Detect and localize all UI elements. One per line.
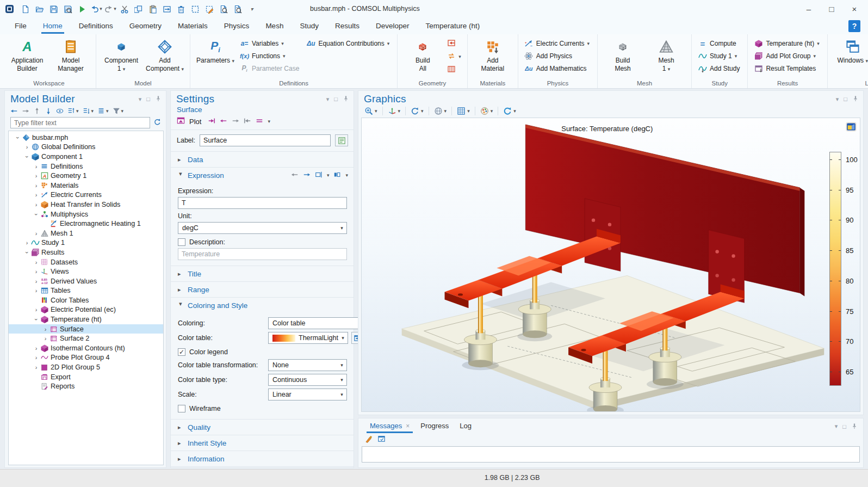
add-study-button[interactable]: Add Study	[696, 63, 743, 75]
go-to-view-icon[interactable]: ▾	[388, 107, 401, 115]
tree-collapsed-arrow-icon[interactable]: ›	[33, 354, 40, 361]
tree-collapsed-arrow-icon[interactable]: ›	[33, 306, 40, 313]
result-templates-button[interactable]: Result Templates	[752, 63, 822, 75]
tree-node-surface[interactable]: › Surface	[9, 324, 163, 334]
save-as-icon[interactable]	[61, 3, 75, 16]
filter-icon[interactable]: ▾	[113, 107, 124, 115]
add-mathematics-button[interactable]: ΔuAdd Mathematics	[523, 63, 593, 75]
wireframe-checkbox[interactable]	[178, 405, 185, 412]
tree-collapsed-arrow-icon[interactable]: ›	[33, 278, 40, 285]
tree-node-mesh-1[interactable]: › Mesh 1	[9, 229, 163, 238]
back-icon[interactable]	[10, 107, 18, 115]
ribbon-tab-home[interactable]: Home	[36, 19, 70, 34]
tree-node-isothermal-contours-ht-[interactable]: › Isothermal Contours (ht)	[9, 343, 163, 353]
tree-node-export[interactable]: Export	[9, 372, 163, 382]
tree-collapsed-arrow-icon[interactable]: ›	[33, 172, 40, 179]
tree-node-surface-2[interactable]: › Surface 2	[9, 334, 163, 343]
functions-button[interactable]: f(x)Functions▾	[238, 50, 302, 62]
messages-output[interactable]	[362, 446, 860, 463]
paste-icon[interactable]	[146, 3, 159, 16]
parameters-button[interactable]: Pi Parameters ▾	[195, 36, 236, 79]
close-button[interactable]: ×	[843, 1, 866, 17]
expression-input[interactable]: T	[178, 197, 347, 209]
section-data[interactable]: ▸Data	[171, 152, 354, 168]
color-legend-checkbox[interactable]: ✓	[178, 348, 185, 356]
move-up-icon[interactable]	[33, 107, 41, 115]
section-information[interactable]: ▸Information	[171, 451, 354, 467]
add-plot-group-button[interactable]: Add Plot Group▾	[752, 50, 822, 62]
tree-node-component-1[interactable]: › Component 1	[9, 152, 163, 162]
tree-collapsed-arrow-icon[interactable]: ›	[23, 144, 30, 150]
replace-expression-icon[interactable]	[333, 171, 341, 180]
maximize-button[interactable]: □	[820, 1, 843, 17]
tree-expanded-arrow-icon[interactable]: ›	[33, 316, 40, 323]
forward-icon[interactable]	[22, 107, 29, 115]
pin-panel-icon[interactable]	[343, 95, 349, 103]
tree-node-views[interactable]: › Views	[9, 267, 163, 276]
undo-icon[interactable]: ▾	[90, 3, 103, 16]
graphics-canvas[interactable]: Surface: Temperature (degC) 100959085807…	[361, 118, 860, 412]
plot-icon[interactable]	[177, 116, 185, 126]
build-mesh-button[interactable]: BuildMesh	[602, 36, 643, 79]
tree-collapsed-arrow-icon[interactable]: ›	[42, 326, 49, 332]
add-physics-button[interactable]: Add Physics	[523, 50, 593, 62]
plot-options-dropdown-icon[interactable]: ▾	[268, 119, 270, 124]
redo-icon[interactable]: ▾	[104, 3, 117, 16]
tree-node-materials[interactable]: › Materials	[9, 181, 163, 190]
compute-button[interactable]: =Compute	[696, 38, 743, 50]
tree-node-tables[interactable]: › Tables	[9, 286, 163, 296]
float-panel-icon[interactable]: □	[334, 96, 338, 102]
tree-collapsed-arrow-icon[interactable]: ›	[33, 201, 40, 208]
minimize-button[interactable]: –	[797, 1, 820, 17]
float-panel-icon[interactable]: □	[844, 96, 847, 102]
find-icon[interactable]	[217, 3, 230, 16]
tree-node-reports[interactable]: Reports	[9, 381, 163, 391]
windows-button[interactable]: Windows ▾	[832, 36, 868, 79]
section-title[interactable]: ▸Title	[171, 266, 354, 282]
tree-expanded-arrow-icon[interactable]: ›	[33, 211, 40, 218]
plot-in-icon[interactable]	[256, 117, 263, 126]
tree-node-definitions[interactable]: › Definitions	[9, 162, 163, 171]
ribbon-tab-temperature-ht-[interactable]: Temperature (ht)	[418, 19, 487, 34]
tree-collapsed-arrow-icon[interactable]: ›	[33, 364, 40, 371]
tree-collapsed-arrow-icon[interactable]: ›	[33, 163, 40, 170]
tree-collapsed-arrow-icon[interactable]: ›	[33, 192, 40, 198]
tree-node-study-1[interactable]: › Study 1	[9, 238, 163, 248]
grid-icon[interactable]: ▾	[457, 107, 470, 115]
tree-collapsed-arrow-icon[interactable]: ›	[33, 182, 40, 189]
mesh-button[interactable]: Mesh1 ▾	[646, 36, 687, 79]
ribbon-tab-file[interactable]: File	[8, 19, 34, 34]
temperature-plot-button[interactable]: Temperature (ht)▾	[752, 38, 822, 50]
previous-plot-icon[interactable]	[220, 117, 227, 126]
study-button[interactable]: Study 1▾	[696, 50, 743, 62]
refresh-filter-icon[interactable]	[153, 118, 162, 128]
tree-node-datasets[interactable]: › Datasets	[9, 257, 163, 267]
component-button[interactable]: Component1 ▾	[101, 36, 142, 79]
open-in-window-icon[interactable]	[377, 435, 386, 445]
tree-node-probe-plot-group-4[interactable]: › Probe Plot Group 4	[9, 353, 163, 363]
tree-node-multiphysics[interactable]: › Multiphysics	[9, 209, 163, 219]
help-button[interactable]: ?	[848, 20, 860, 32]
ribbon-tab-mesh[interactable]: Mesh	[258, 19, 290, 34]
duplicate-icon[interactable]	[160, 3, 173, 16]
zoom-icon[interactable]: ▾	[364, 107, 377, 115]
equation-contributions-button[interactable]: ΔuEquation Contributions▾	[305, 38, 393, 50]
panel-menu-icon[interactable]: ▾	[835, 423, 838, 430]
expand-tree-icon[interactable]: ▾	[67, 107, 79, 115]
color-table-type-select[interactable]: Continuous▾	[268, 374, 347, 386]
plot-image-icon[interactable]	[846, 121, 857, 134]
tab-log[interactable]: Log	[454, 420, 477, 433]
pin-panel-icon[interactable]	[852, 95, 859, 103]
tree-collapsed-arrow-icon[interactable]: ›	[33, 230, 40, 237]
expr-forward-icon[interactable]	[303, 171, 311, 180]
unit-select[interactable]: degC▾	[178, 222, 347, 234]
application-builder-button[interactable]: A ApplicationBuilder	[7, 36, 48, 79]
tree-expanded-arrow-icon[interactable]: ›	[24, 153, 30, 160]
move-down-icon[interactable]	[45, 107, 52, 115]
virtual-operations-button[interactable]	[445, 64, 463, 76]
show-icon[interactable]	[56, 107, 64, 115]
tree-filter-input[interactable]	[10, 117, 150, 128]
insert-expression-icon[interactable]	[315, 171, 323, 180]
pin-panel-icon[interactable]	[851, 423, 858, 430]
tree-expanded-arrow-icon[interactable]: ›	[24, 249, 30, 256]
